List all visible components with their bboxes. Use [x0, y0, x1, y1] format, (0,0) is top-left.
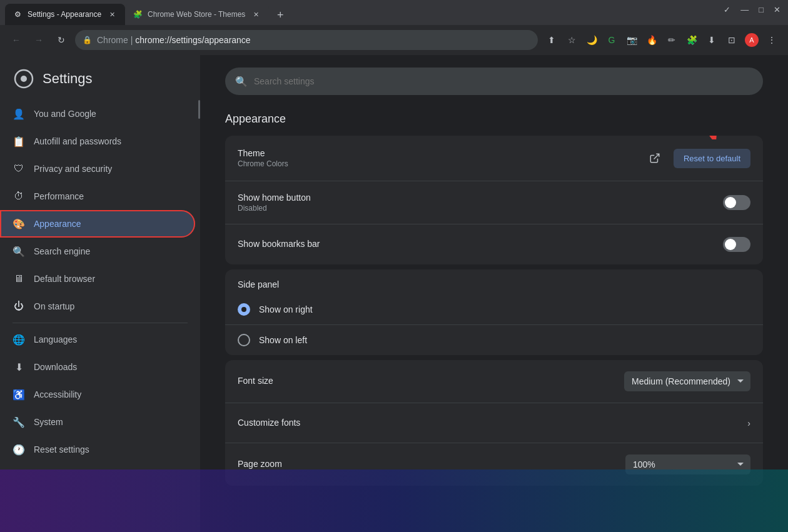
- default-browser-label: Default browser: [34, 274, 95, 284]
- sidebar-item-on-startup[interactable]: ⏻ On startup: [0, 293, 195, 320]
- search-bar[interactable]: 🔍: [225, 68, 763, 95]
- sidebar-nav: 👤 You and Google 📋 Autofill and password…: [0, 100, 200, 532]
- tab-close-2[interactable]: ✕: [250, 9, 261, 20]
- font-size-card: Font size Small Medium (Recommended) Lar…: [225, 360, 763, 486]
- show-on-right-row: Show on right: [225, 294, 763, 325]
- tab-close-1[interactable]: ✕: [106, 9, 118, 20]
- font-size-label: Font size: [238, 376, 624, 386]
- customize-fonts-row[interactable]: Customize fonts ›: [225, 403, 763, 443]
- page-zoom-select[interactable]: 75% 90% 100% 110% 125% 150% 175% 200%: [625, 454, 750, 474]
- theme-row: Theme Chrome Colors Reset to def: [225, 136, 763, 181]
- window-controls: ✓ — □ ✕: [724, 5, 780, 14]
- font-size-action: Small Medium (Recommended) Large Very La…: [624, 371, 750, 391]
- system-label: System: [34, 417, 63, 427]
- profile-button-2[interactable]: G: [603, 31, 620, 49]
- theme-sublabel: Chrome Colors: [238, 159, 644, 168]
- search-engine-label: Search engine: [34, 246, 90, 256]
- performance-label: Performance: [34, 191, 84, 201]
- show-on-right-radio[interactable]: [238, 303, 250, 316]
- tab-title-2: Chrome Web Store - Themes: [148, 10, 245, 19]
- forward-button[interactable]: →: [30, 31, 48, 49]
- split-view-button[interactable]: ⊡: [723, 31, 740, 49]
- sidebar-item-you-google[interactable]: 👤 You and Google: [0, 100, 195, 128]
- settings-title: Settings: [43, 71, 93, 87]
- new-tab-button[interactable]: +: [271, 6, 289, 24]
- profile-button-1[interactable]: 🌙: [583, 31, 600, 49]
- you-google-label: You and Google: [34, 109, 96, 119]
- autofill-label: Autofill and passwords: [34, 136, 121, 146]
- sidebar-item-accessibility[interactable]: ♿ Accessibility: [0, 381, 195, 408]
- show-bookmarks-bar-row: Show bookmarks bar: [225, 224, 763, 264]
- bookmark-button[interactable]: ☆: [563, 31, 580, 49]
- show-home-button-toggle[interactable]: [723, 195, 750, 210]
- sidebar-divider: [13, 323, 188, 323]
- languages-icon: 🌐: [13, 333, 25, 346]
- sidebar-item-languages[interactable]: 🌐 Languages: [0, 326, 195, 353]
- show-on-left-row: Show on left: [225, 325, 763, 355]
- settings-tab-icon: ⚙: [13, 9, 23, 19]
- tabs-area: ⚙ Settings - Appearance ✕ 🧩 Chrome Web S…: [5, 4, 783, 25]
- window-check-icon: ✓: [724, 5, 730, 14]
- system-icon: 🔧: [13, 416, 25, 428]
- address-prefix: Chrome |: [97, 35, 135, 45]
- extensions-button[interactable]: 🧩: [683, 31, 700, 49]
- sidebar-item-default-browser[interactable]: 🖥 Default browser: [0, 265, 195, 293]
- show-on-left-label: Show on left: [259, 335, 307, 345]
- back-button[interactable]: ←: [8, 31, 25, 49]
- show-on-left-radio[interactable]: [238, 334, 250, 346]
- share-button[interactable]: ⬆: [543, 31, 560, 49]
- autofill-icon: 📋: [13, 135, 25, 148]
- more-menu-button[interactable]: ⋮: [763, 31, 780, 49]
- address-bar[interactable]: 🔒 Chrome | chrome://settings/appearance: [75, 30, 538, 50]
- page-zoom-row: Page zoom 75% 90% 100% 110% 125% 150% 17…: [225, 443, 763, 486]
- edit-button[interactable]: ✏: [663, 31, 680, 49]
- font-size-select[interactable]: Small Medium (Recommended) Large Very La…: [624, 371, 750, 391]
- show-bookmarks-bar-content: Show bookmarks bar: [238, 239, 723, 250]
- search-input[interactable]: [254, 76, 753, 86]
- downloads-icon: ⬇: [13, 361, 25, 373]
- accessibility-icon: ♿: [13, 388, 25, 401]
- avatar-button[interactable]: A: [743, 31, 760, 49]
- show-home-button-row: Show home button Disabled: [225, 181, 763, 224]
- scroll-indicator: [198, 100, 200, 119]
- page-zoom-label: Page zoom: [238, 459, 625, 469]
- accessibility-label: Accessibility: [34, 389, 81, 399]
- title-bar: ⚙ Settings - Appearance ✕ 🧩 Chrome Web S…: [0, 0, 788, 25]
- sidebar-item-reset-settings[interactable]: 🕐 Reset settings: [0, 436, 195, 463]
- show-bookmarks-bar-toggle[interactable]: [723, 237, 750, 252]
- sidebar-item-system[interactable]: 🔧 System: [0, 408, 195, 436]
- toolbar: ← → ↻ 🔒 Chrome | chrome://settings/appea…: [0, 25, 788, 55]
- reset-to-default-button[interactable]: Reset to default: [674, 149, 750, 168]
- customize-fonts-label: Customize fonts: [238, 418, 747, 428]
- sidebar-item-performance[interactable]: ⏱ Performance: [0, 183, 195, 210]
- sidebar-item-autofill[interactable]: 📋 Autofill and passwords: [0, 128, 195, 155]
- font-size-content: Font size: [238, 376, 624, 387]
- sidebar-item-downloads[interactable]: ⬇ Downloads: [0, 353, 195, 381]
- external-link-icon[interactable]: [644, 147, 666, 169]
- maximize-button[interactable]: □: [759, 5, 764, 14]
- tab-webstore-themes[interactable]: 🧩 Chrome Web Store - Themes ✕: [125, 4, 269, 25]
- you-google-icon: 👤: [13, 108, 25, 120]
- reload-button[interactable]: ↻: [53, 31, 70, 49]
- reset-settings-label: Reset settings: [34, 444, 89, 454]
- main-content: Settings 👤 You and Google 📋 Autofill and…: [0, 55, 788, 532]
- sidebar-item-search-engine[interactable]: 🔍 Search engine: [0, 238, 195, 265]
- sidebar-item-privacy[interactable]: 🛡 Privacy and security: [0, 155, 195, 183]
- page-zoom-content: Page zoom: [238, 459, 625, 470]
- tab-settings-appearance[interactable]: ⚙ Settings - Appearance ✕: [5, 4, 125, 25]
- arrow-annotation: [693, 136, 730, 142]
- performance-icon: ⏱: [13, 190, 25, 203]
- default-browser-icon: 🖥: [13, 273, 25, 285]
- font-size-row: Font size Small Medium (Recommended) Lar…: [225, 360, 763, 403]
- on-startup-label: On startup: [34, 301, 74, 311]
- show-bookmarks-bar-action: [723, 237, 750, 252]
- fire-button[interactable]: 🔥: [643, 31, 660, 49]
- show-on-right-label: Show on right: [259, 304, 313, 314]
- camera-button[interactable]: 📷: [623, 31, 640, 49]
- minimize-button[interactable]: —: [740, 5, 749, 14]
- side-panel-title: Side panel: [225, 269, 763, 294]
- close-button[interactable]: ✕: [774, 5, 780, 14]
- reset-btn-wrapper: Reset to default: [674, 149, 750, 168]
- sidebar-item-appearance[interactable]: 🎨 Appearance: [0, 210, 195, 238]
- download-button[interactable]: ⬇: [703, 31, 720, 49]
